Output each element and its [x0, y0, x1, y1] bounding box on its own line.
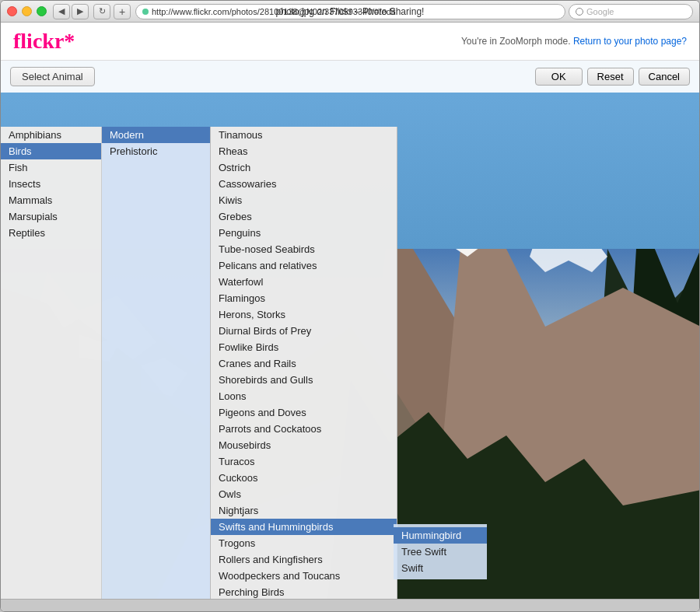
category-column: Amphibians Birds Fish Insects Mammals Ma… [1, 127, 102, 599]
bird-rollers[interactable]: Rollers and Kingfishers [211, 551, 397, 568]
cancel-button[interactable]: Cancel [639, 68, 690, 86]
category-amphibians[interactable]: Amphibians [1, 127, 101, 143]
close-button[interactable] [7, 6, 17, 16]
header-right: You're in ZooMorph mode. Return to your … [461, 36, 687, 47]
refresh-button[interactable]: ↻ [93, 4, 110, 19]
main-area: Select Animal OK Reset Cancel Amphibians… [1, 61, 699, 599]
bird-flamingos[interactable]: Flamingos [211, 290, 397, 306]
nav-buttons: ◀ ▶ [53, 4, 89, 19]
browser-content: flickr* You're in ZooMorph mode. Return … [1, 23, 699, 599]
bird-tree-swift[interactable]: Tree Swift [394, 544, 487, 560]
forward-button[interactable]: ▶ [72, 4, 89, 19]
bird-perching[interactable]: Perching Birds [211, 584, 397, 599]
bird-cranes[interactable]: Cranes and Rails [211, 355, 397, 372]
bird-swift[interactable]: Swift [394, 560, 487, 576]
bird-penguins[interactable]: Penguins [211, 225, 397, 241]
category-mammals[interactable]: Mammals [1, 192, 101, 208]
browser-window: ◀ ▶ ↻ + http://www.flickr.com/photos/281… [0, 0, 700, 612]
dropdown-container: Amphibians Birds Fish Insects Mammals Ma… [1, 93, 699, 599]
category-fish[interactable]: Fish [1, 159, 101, 176]
bird-ostrich[interactable]: Ostrich [211, 159, 397, 176]
back-button[interactable]: ◀ [53, 4, 70, 19]
titlebar: ◀ ▶ ↻ + http://www.flickr.com/photos/281… [1, 1, 699, 23]
bird-tinamous[interactable]: Tinamous [211, 127, 397, 143]
subcategory-modern[interactable]: Modern [102, 127, 210, 143]
bird-cassowaries[interactable]: Cassowaries [211, 176, 397, 192]
bird-fowlike[interactable]: Fowlike Birds [211, 339, 397, 355]
action-buttons: OK Reset Cancel [535, 68, 690, 86]
add-tab-button[interactable]: + [114, 4, 131, 19]
bird-kiwis[interactable]: Kiwis [211, 192, 397, 208]
category-reptiles[interactable]: Reptiles [1, 225, 101, 241]
bird-grebes[interactable]: Grebes [211, 208, 397, 225]
status-bar [1, 599, 699, 611]
bird-pelicans[interactable]: Pelicans and relatives [211, 257, 397, 274]
hummingbird-column: Hummingbird Tree Swift Swift [394, 524, 487, 579]
bird-swifts[interactable]: Swifts and Hummingbirds [211, 519, 397, 535]
bird-waterfowl[interactable]: Waterfowl [211, 274, 397, 290]
search-bar[interactable]: Google [569, 4, 693, 19]
bird-types-column: Tinamous Rheas Ostrich Cassowaries Kiwis… [211, 127, 397, 599]
category-insects[interactable]: Insects [1, 176, 101, 192]
bird-tube-nosed[interactable]: Tube-nosed Seabirds [211, 241, 397, 257]
bird-cuckoos[interactable]: Cuckoos [211, 470, 397, 486]
bird-loons[interactable]: Loons [211, 388, 397, 404]
minimize-button[interactable] [22, 6, 32, 16]
bird-owls[interactable]: Owls [211, 486, 397, 502]
category-marsupials[interactable]: Marsupials [1, 208, 101, 225]
return-link[interactable]: Return to your photo page? [573, 36, 687, 47]
controls-bar: Select Animal OK Reset Cancel [1, 61, 699, 93]
secure-indicator [142, 9, 149, 15]
mode-text: You're in ZooMorph mode. [461, 36, 571, 47]
reset-button[interactable]: Reset [587, 68, 634, 86]
ui-overlay: Select Animal OK Reset Cancel Amphibians… [1, 61, 699, 599]
subcategory-prehistoric[interactable]: Prehistoric [102, 143, 210, 159]
search-icon [576, 8, 583, 16]
ok-button[interactable]: OK [535, 68, 583, 86]
header-bar: flickr* You're in ZooMorph mode. Return … [1, 23, 699, 61]
bird-turacos[interactable]: Turacos [211, 453, 397, 470]
category-birds[interactable]: Birds [1, 143, 101, 159]
bird-pigeons[interactable]: Pigeons and Doves [211, 404, 397, 421]
bird-herons[interactable]: Herons, Storks [211, 306, 397, 323]
traffic-lights [7, 6, 47, 16]
subcategory-column: Modern Prehistoric [102, 127, 211, 599]
flickr-logo: flickr* [13, 29, 75, 54]
bird-hummingbird[interactable]: Hummingbird [394, 527, 487, 544]
select-animal-button[interactable]: Select Animal [10, 67, 95, 86]
bird-diurnal[interactable]: Diurnal Birds of Prey [211, 323, 397, 339]
window-title: photo.jpg on Flickr – Photo Sharing! [276, 6, 425, 17]
maximize-button[interactable] [37, 6, 47, 16]
bird-nightjars[interactable]: Nightjars [211, 502, 397, 519]
bird-mousebirds[interactable]: Mousebirds [211, 437, 397, 453]
bird-rheas[interactable]: Rheas [211, 143, 397, 159]
bird-woodpeckers[interactable]: Woodpeckers and Toucans [211, 568, 397, 584]
search-placeholder: Google [586, 7, 614, 16]
dropdown-panel: Amphibians Birds Fish Insects Mammals Ma… [1, 127, 397, 599]
bird-parrots[interactable]: Parrots and Cockatoos [211, 421, 397, 437]
bird-shorebirds[interactable]: Shorebirds and Gulls [211, 372, 397, 388]
bird-trogons[interactable]: Trogons [211, 535, 397, 551]
